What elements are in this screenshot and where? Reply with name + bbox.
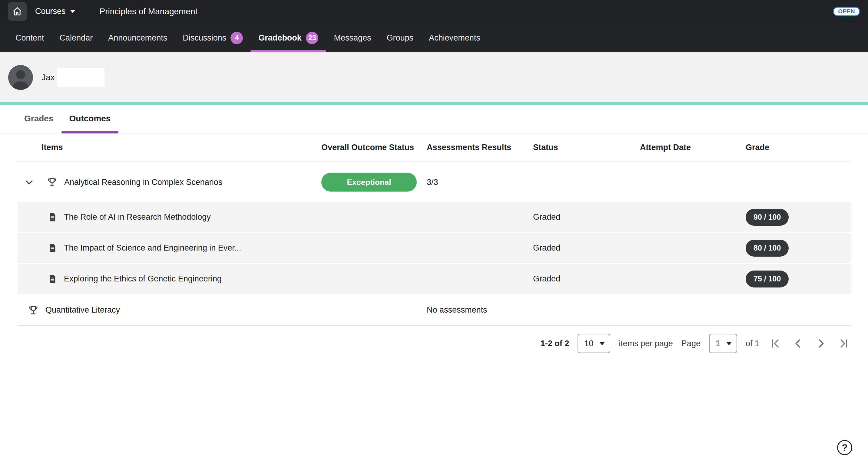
col-attempt-date: Attempt Date bbox=[640, 143, 746, 152]
previous-page-icon bbox=[792, 337, 804, 350]
page-count-label: of 1 bbox=[746, 339, 759, 348]
collapse-outcome-button[interactable] bbox=[23, 175, 36, 189]
nav-label: Achievements bbox=[429, 33, 480, 43]
assessment-row: The Role of AI in Research Methodology G… bbox=[18, 202, 851, 233]
assessment-status: Graded bbox=[533, 243, 640, 253]
assessment-title: The Role of AI in Research Methodology bbox=[64, 212, 211, 222]
page-label: Page bbox=[681, 339, 701, 348]
outcome-row: Analytical Reasoning in Complex Scenario… bbox=[18, 162, 851, 202]
page-number-select[interactable]: 1 bbox=[709, 334, 737, 353]
nav-item-discussions[interactable]: Discussions 4 bbox=[183, 23, 243, 52]
outcome-title: Analytical Reasoning in Complex Scenario… bbox=[64, 178, 222, 187]
teal-divider bbox=[0, 102, 868, 105]
assessment-row: Exploring the Ethics of Genetic Engineer… bbox=[18, 264, 851, 295]
student-name: Jax bbox=[41, 73, 55, 82]
courses-dropdown[interactable]: Courses bbox=[35, 7, 75, 16]
gradebook-count-badge: 23 bbox=[306, 32, 319, 44]
nav-label: Groups bbox=[387, 33, 414, 43]
assessment-title: Exploring the Ethics of Genetic Engineer… bbox=[64, 274, 222, 284]
outcome-title: Quantitative Literacy bbox=[45, 305, 120, 315]
next-page-button[interactable] bbox=[814, 336, 828, 351]
grade-pill: 90 / 100 bbox=[746, 209, 789, 226]
outcome-row: Quantitative Literacy No assessments bbox=[18, 295, 851, 326]
student-profile-band: Jax bbox=[0, 52, 868, 102]
chevron-down-icon bbox=[599, 342, 605, 345]
gradebook-outcomes-page: Courses Principles of Management OPEN Co… bbox=[0, 0, 868, 463]
nav-label: Calendar bbox=[60, 33, 93, 43]
nav-label: Announcements bbox=[108, 33, 167, 43]
nav-label: Gradebook bbox=[258, 33, 302, 43]
outcome-trophy-icon bbox=[46, 177, 58, 188]
col-items: Items bbox=[18, 143, 321, 152]
chevron-down-icon bbox=[70, 10, 75, 13]
page-number-value: 1 bbox=[716, 339, 720, 348]
nav-item-gradebook[interactable]: Gradebook 23 bbox=[258, 23, 318, 52]
document-icon bbox=[48, 243, 57, 253]
col-status: Status bbox=[533, 143, 640, 152]
nav-item-calendar[interactable]: Calendar bbox=[60, 23, 93, 52]
pagination-range: 1-2 of 2 bbox=[540, 339, 569, 348]
nav-item-content[interactable]: Content bbox=[16, 23, 44, 52]
nav-label: Content bbox=[16, 33, 44, 43]
next-page-icon bbox=[815, 337, 827, 350]
nav-item-messages[interactable]: Messages bbox=[334, 23, 371, 52]
topbar: Courses Principles of Management OPEN bbox=[0, 0, 868, 23]
assessment-status: Graded bbox=[533, 212, 640, 222]
items-per-page-label: items per page bbox=[619, 339, 673, 348]
assessments-results-value: No assessments bbox=[427, 305, 533, 315]
items-per-page-value: 10 bbox=[584, 339, 593, 348]
previous-page-button[interactable] bbox=[791, 336, 805, 351]
first-page-button[interactable] bbox=[768, 336, 782, 351]
col-overall-outcome-status: Overall Outcome Status bbox=[321, 143, 427, 152]
question-mark-icon: ? bbox=[842, 442, 848, 453]
assessments-results-value: 3/3 bbox=[427, 178, 533, 187]
help-button[interactable]: ? bbox=[837, 440, 852, 455]
table-header-row: Items Overall Outcome Status Assessments… bbox=[18, 133, 851, 162]
open-status-badge: OPEN bbox=[833, 7, 860, 16]
tab-outcomes[interactable]: Outcomes bbox=[61, 114, 119, 133]
assessment-row: The Impact of Science and Engineering in… bbox=[18, 233, 851, 264]
home-button[interactable] bbox=[8, 2, 27, 21]
nav-item-achievements[interactable]: Achievements bbox=[429, 23, 480, 52]
course-nav: Content Calendar Announcements Discussio… bbox=[0, 23, 868, 52]
nav-item-groups[interactable]: Groups bbox=[387, 23, 414, 52]
course-title: Principles of Management bbox=[100, 7, 198, 16]
nav-label: Discussions bbox=[183, 33, 226, 43]
assessment-status: Graded bbox=[533, 274, 640, 284]
pagination-bar: 1-2 of 2 10 items per page Page 1 of 1 bbox=[540, 333, 851, 354]
col-assessments-results: Assessments Results bbox=[427, 143, 533, 152]
first-page-icon bbox=[769, 337, 781, 350]
last-page-button[interactable] bbox=[837, 336, 851, 351]
grade-pill: 80 / 100 bbox=[746, 240, 789, 257]
redacted-name-box bbox=[57, 68, 104, 87]
document-icon bbox=[48, 212, 57, 222]
col-grade: Grade bbox=[746, 143, 851, 152]
nav-label: Messages bbox=[334, 33, 371, 43]
tab-grades[interactable]: Grades bbox=[17, 114, 61, 133]
outcome-trophy-icon bbox=[28, 305, 39, 316]
gradebook-tabbar: Grades Outcomes bbox=[0, 105, 868, 133]
items-per-page-select[interactable]: 10 bbox=[578, 334, 610, 353]
home-icon bbox=[12, 6, 23, 16]
outcomes-table: Items Overall Outcome Status Assessments… bbox=[18, 133, 851, 326]
last-page-icon bbox=[838, 337, 850, 350]
discussions-count-badge: 4 bbox=[230, 32, 243, 44]
assessment-title: The Impact of Science and Engineering in… bbox=[64, 243, 241, 253]
grade-pill: 75 / 100 bbox=[746, 270, 789, 288]
nav-item-announcements[interactable]: Announcements bbox=[108, 23, 167, 52]
outcome-status-pill: Exceptional bbox=[321, 173, 417, 192]
courses-label: Courses bbox=[35, 7, 66, 16]
chevron-down-icon bbox=[24, 177, 34, 187]
chevron-down-icon bbox=[726, 342, 732, 345]
avatar bbox=[8, 65, 33, 90]
document-icon bbox=[48, 274, 57, 284]
